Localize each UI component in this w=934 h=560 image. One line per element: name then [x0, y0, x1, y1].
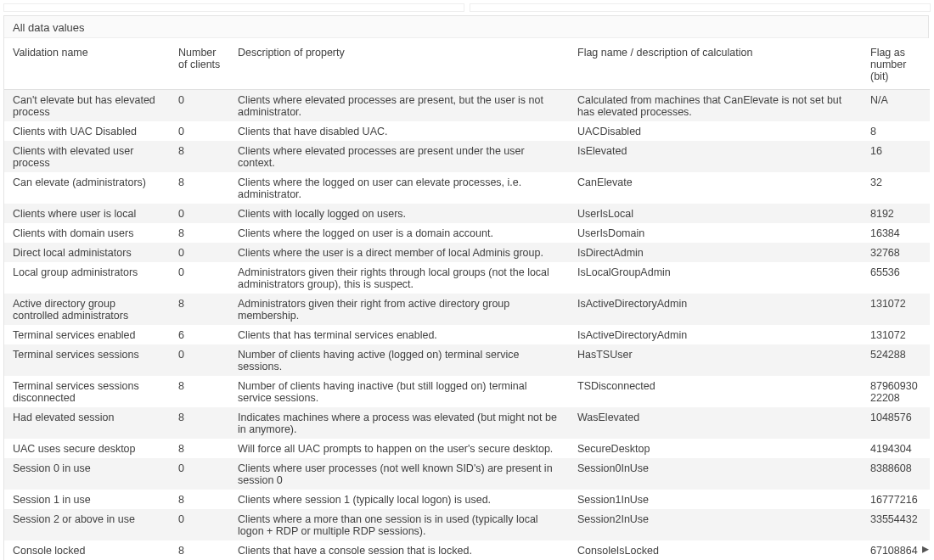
- description-cell: Indicates machines where a process was e…: [229, 407, 569, 439]
- client-count-cell: 8: [170, 294, 229, 325]
- col-header-client-count[interactable]: Number of clients: [170, 38, 229, 90]
- description-cell: Clients where session 1 (typically local…: [229, 490, 569, 509]
- client-count-cell: 8: [170, 223, 229, 243]
- client-count-cell: 0: [170, 204, 229, 223]
- table-row[interactable]: Had elevated session8Indicates machines …: [4, 407, 930, 439]
- table-row[interactable]: Can elevate (administrators)8Clients whe…: [4, 172, 930, 204]
- table-row[interactable]: Active directory group controlled admini…: [4, 294, 930, 325]
- table-row[interactable]: Direct local administators0Clients where…: [4, 243, 930, 262]
- flag-bits-cell: 67108864: [862, 540, 930, 560]
- table-row[interactable]: Clients where user is local0Clients with…: [4, 204, 930, 223]
- flag-name-cell: IsElevated: [569, 141, 862, 172]
- validation-name-cell: Terminal services sessions: [4, 344, 170, 376]
- validation-name-cell: Direct local administators: [4, 243, 170, 262]
- previous-panel-footer: [3, 3, 931, 12]
- table-row[interactable]: Local group administrators0Administrator…: [4, 262, 930, 294]
- description-cell: Administrators given their rights throug…: [229, 262, 569, 294]
- description-cell: Clients with locally logged on users.: [229, 204, 569, 223]
- flag-bits-cell: 4194304: [862, 439, 930, 458]
- client-count-cell: 8: [170, 490, 229, 509]
- flag-name-cell: WasElevated: [569, 407, 862, 439]
- description-cell: Clients where a more than one session is…: [229, 509, 569, 540]
- flag-name-cell: SecureDesktop: [569, 439, 862, 458]
- flag-name-cell: Session0InUse: [569, 458, 862, 490]
- client-count-cell: 0: [170, 243, 229, 262]
- description-cell: Clients that have a console session that…: [229, 540, 569, 560]
- description-cell: Clients where the logged on user can ele…: [229, 172, 569, 204]
- flag-name-cell: IsActiveDirectoryAdmin: [569, 294, 862, 325]
- validation-name-cell: Local group administrators: [4, 262, 170, 294]
- validation-name-cell: Session 1 in use: [4, 490, 170, 509]
- description-cell: Clients where elevated processes are pre…: [229, 90, 569, 122]
- flag-bits-cell: 524288: [862, 344, 930, 376]
- client-count-cell: 8: [170, 540, 229, 560]
- flag-bits-cell: 8796093022208: [862, 376, 930, 407]
- flag-name-cell: IsLocalGroupAdmin: [569, 262, 862, 294]
- flag-name-cell: Calculated from machines that CanElevate…: [569, 90, 862, 122]
- flag-name-cell: IsDirectAdmin: [569, 243, 862, 262]
- flag-bits-cell: 1048576: [862, 407, 930, 439]
- flag-bits-cell: 131072: [862, 325, 930, 344]
- client-count-cell: 6: [170, 325, 229, 344]
- table-row[interactable]: Terminal services sessions0Number of cli…: [4, 344, 930, 376]
- client-count-cell: 8: [170, 141, 229, 172]
- validation-name-cell: UAC uses secure desktop: [4, 439, 170, 458]
- client-count-cell: 0: [170, 458, 229, 490]
- flag-bits-cell: 8192: [862, 204, 930, 223]
- validation-name-cell: Session 2 or above in use: [4, 509, 170, 540]
- flag-name-cell: UACDisabled: [569, 121, 862, 141]
- validation-name-cell: Clients with elevated user process: [4, 141, 170, 172]
- client-count-cell: 0: [170, 262, 229, 294]
- table-row[interactable]: Clients with UAC Disabled0Clients that h…: [4, 121, 930, 141]
- col-header-flag-name[interactable]: Flag name / description of calculation: [569, 38, 862, 90]
- data-values-table: Validation name Number of clients Descri…: [4, 38, 930, 560]
- flag-name-cell: HasTSUser: [569, 344, 862, 376]
- flag-bits-cell: 32768: [862, 243, 930, 262]
- client-count-cell: 0: [170, 90, 229, 122]
- validation-name-cell: Terminal services sessions disconnected: [4, 376, 170, 407]
- validation-name-cell: Had elevated session: [4, 407, 170, 439]
- flag-bits-cell: 65536: [862, 262, 930, 294]
- validation-name-cell: Clients with UAC Disabled: [4, 121, 170, 141]
- flag-bits-cell: N/A: [862, 90, 930, 122]
- col-header-description[interactable]: Description of property: [229, 38, 569, 90]
- col-header-flag-bits[interactable]: Flag as number (bit): [862, 38, 930, 90]
- table-row[interactable]: Session 1 in use8Clients where session 1…: [4, 490, 930, 509]
- col-header-validation-name[interactable]: Validation name: [4, 38, 170, 90]
- description-cell: Clients where user processes (not well k…: [229, 458, 569, 490]
- flag-name-cell: Session2InUse: [569, 509, 862, 540]
- table-row[interactable]: Clients with domain users8Clients where …: [4, 223, 930, 243]
- table-row[interactable]: Session 0 in use0Clients where user proc…: [4, 458, 930, 490]
- validation-name-cell: Can elevate (administrators): [4, 172, 170, 204]
- flag-name-cell: IsActiveDirectoryAdmin: [569, 325, 862, 344]
- table-row[interactable]: UAC uses secure desktop8Will force all U…: [4, 439, 930, 458]
- flag-bits-cell: 131072: [862, 294, 930, 325]
- validation-name-cell: Can't elevate but has elevated process: [4, 90, 170, 122]
- table-row[interactable]: Console locked8Clients that have a conso…: [4, 540, 930, 560]
- flag-name-cell: UserIsLocal: [569, 204, 862, 223]
- client-count-cell: 0: [170, 344, 229, 376]
- table-header-row: Validation name Number of clients Descri…: [4, 38, 930, 90]
- flag-bits-cell: 16: [862, 141, 930, 172]
- table-row[interactable]: Session 2 or above in use0Clients where …: [4, 509, 930, 540]
- client-count-cell: 0: [170, 509, 229, 540]
- client-count-cell: 8: [170, 172, 229, 204]
- table-row[interactable]: Clients with elevated user process8Clien…: [4, 141, 930, 172]
- client-count-cell: 8: [170, 439, 229, 458]
- description-cell: Clients where the logged on user is a do…: [229, 223, 569, 243]
- table-row[interactable]: Terminal services sessions disconnected8…: [4, 376, 930, 407]
- validation-name-cell: Clients with domain users: [4, 223, 170, 243]
- description-cell: Clients where elevated processes are pre…: [229, 141, 569, 172]
- description-cell: Clients that have disabled UAC.: [229, 121, 569, 141]
- table-row[interactable]: Can't elevate but has elevated process0C…: [4, 90, 930, 122]
- description-cell: Number of clients having active (logged …: [229, 344, 569, 376]
- panel-title: All data values: [4, 16, 928, 38]
- validation-name-cell: Clients where user is local: [4, 204, 170, 223]
- table-row[interactable]: Terminal services enabled6Clients that h…: [4, 325, 930, 344]
- flag-bits-cell: 16777216: [862, 490, 930, 509]
- client-count-cell: 8: [170, 376, 229, 407]
- flag-name-cell: TSDisconnected: [569, 376, 862, 407]
- flag-name-cell: Session1InUse: [569, 490, 862, 509]
- flag-name-cell: UserIsDomain: [569, 223, 862, 243]
- validation-name-cell: Session 0 in use: [4, 458, 170, 490]
